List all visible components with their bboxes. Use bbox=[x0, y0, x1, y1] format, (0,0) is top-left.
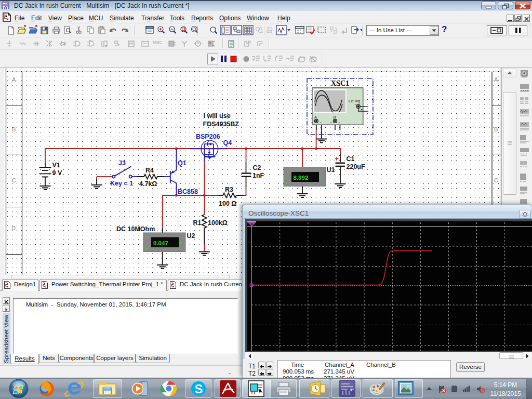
svg-text:100kΩ: 100kΩ bbox=[208, 219, 228, 227]
svg-text:V1: V1 bbox=[52, 162, 60, 169]
svg-text:A: A bbox=[314, 115, 317, 119]
svg-text:DC 10MOhm: DC 10MOhm bbox=[116, 225, 155, 233]
svg-text:Ext Trig: Ext Trig bbox=[349, 99, 360, 103]
svg-text:BC858: BC858 bbox=[178, 188, 198, 195]
svg-text:FDS4935BZ: FDS4935BZ bbox=[203, 121, 240, 128]
svg-text:A: A bbox=[12, 76, 16, 83]
svg-text:100 Ω: 100 Ω bbox=[219, 200, 236, 207]
svg-text:-: - bbox=[146, 245, 148, 252]
svg-text:B: B bbox=[494, 126, 498, 132]
svg-text:+: + bbox=[146, 234, 149, 240]
svg-text:MISC: MISC bbox=[153, 41, 162, 44]
svg-text:U1: U1 bbox=[327, 166, 335, 174]
svg-text:R4: R4 bbox=[145, 167, 154, 174]
svg-text:0.047: 0.047 bbox=[153, 240, 168, 246]
svg-text:B: B bbox=[12, 126, 16, 132]
svg-text:I will use: I will use bbox=[204, 112, 231, 119]
svg-text:Key = 1: Key = 1 bbox=[110, 180, 133, 187]
svg-text:-: - bbox=[286, 179, 288, 187]
svg-text:Q1: Q1 bbox=[178, 159, 187, 167]
svg-text:V: V bbox=[320, 174, 323, 179]
svg-text:XSC1: XSC1 bbox=[331, 79, 349, 87]
svg-text:A: A bbox=[494, 76, 498, 83]
svg-text:C: C bbox=[494, 177, 498, 183]
svg-text:D: D bbox=[11, 225, 16, 231]
svg-text:U2: U2 bbox=[187, 232, 195, 240]
svg-text:Q4: Q4 bbox=[223, 139, 232, 147]
svg-text:C: C bbox=[12, 177, 16, 183]
svg-text:R3: R3 bbox=[225, 186, 233, 193]
svg-text:BSP206: BSP206 bbox=[196, 133, 220, 140]
svg-text:R1: R1 bbox=[193, 219, 202, 227]
svg-text:1nF: 1nF bbox=[252, 172, 264, 179]
svg-text:J3: J3 bbox=[118, 159, 126, 167]
svg-text:4.7kΩ: 4.7kΩ bbox=[139, 180, 157, 188]
svg-text:B: B bbox=[334, 115, 336, 119]
svg-text:9 V: 9 V bbox=[52, 169, 62, 177]
svg-text:C2: C2 bbox=[253, 164, 261, 171]
svg-text:220uF: 220uF bbox=[347, 163, 365, 170]
svg-text:S: S bbox=[195, 382, 203, 396]
svg-text:C1: C1 bbox=[347, 155, 355, 163]
svg-text:8.392: 8.392 bbox=[294, 175, 309, 181]
svg-text:+: + bbox=[286, 168, 289, 174]
